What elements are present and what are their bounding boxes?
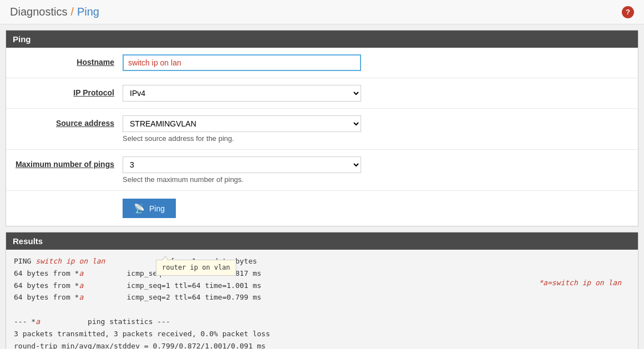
source-address-hint: Select source address for the ping.	[123, 134, 632, 143]
ping-button[interactable]: 📡 Ping	[123, 199, 176, 218]
ping-title: Ping	[13, 34, 31, 44]
result-stats-suffix: ping statistics ---	[40, 317, 170, 326]
result-line4-suffix: icmp_seq=2 ttl=64 time=0.799 ms	[83, 293, 261, 301]
ip-protocol-row: IP Protocol IPv4 IPv6	[6, 78, 638, 109]
tooltip-text: router ip on vlan	[162, 264, 230, 271]
max-pings-hint: Select the maximum number of pings.	[123, 175, 632, 184]
tooltip-arrow-inner	[162, 257, 169, 261]
breadcrumb-parent: Diagnostics	[10, 6, 67, 18]
results-title: Results	[13, 236, 43, 246]
ping-button-row: 📡 Ping	[6, 191, 638, 226]
hostname-row: Hostname	[6, 48, 638, 78]
result-stats-header: --- *a ping statistics ---	[14, 316, 630, 328]
hostname-input[interactable]	[123, 54, 361, 71]
result-line3-prefix: 64 bytes from *	[14, 281, 79, 290]
max-pings-row: Maximum number of pings 3 1 2 5 10 Selec…	[6, 150, 638, 191]
result-ping-host: switch ip on lan	[36, 257, 105, 265]
result-roundtrip: round-trip min/avg/max/stddev = 0.799/0.…	[14, 341, 630, 349]
source-address-row: Source address STREAMINGVLAN Select sour…	[6, 109, 638, 150]
tooltip-box: router ip on vlan	[156, 260, 236, 276]
result-line-4: 64 bytes from *a icmp_seq=2 ttl=64 time=…	[14, 292, 630, 304]
source-address-label: Source address	[12, 115, 123, 128]
results-body: router ip on vlan PING switch ip on lan …	[6, 250, 638, 349]
ping-button-label: Ping	[149, 204, 165, 213]
hostname-label: Hostname	[12, 54, 123, 67]
breadcrumb: Diagnostics/Ping	[10, 6, 99, 18]
result-packets: 3 packets transmitted, 3 packets receive…	[14, 328, 630, 340]
help-icon[interactable]: ?	[622, 6, 634, 18]
source-address-select[interactable]: STREAMINGVLAN	[123, 115, 361, 132]
result-line-3: 64 bytes from *a icmp_seq=1 ttl=64 time=…	[14, 280, 630, 292]
ip-protocol-select[interactable]: IPv4 IPv6	[123, 85, 361, 102]
breadcrumb-separator: /	[70, 6, 74, 18]
ping-section-header: Ping	[6, 31, 638, 48]
breadcrumb-current: Ping	[77, 6, 99, 18]
breadcrumb-bar: Diagnostics/Ping ?	[0, 0, 644, 24]
results-section: Results router ip on vlan PING switch ip…	[6, 232, 638, 349]
max-pings-control: 3 1 2 5 10 Select the maximum number of …	[123, 156, 632, 184]
result-line3-suffix: icmp_seq=1 ttl=64 time=1.001 ms	[83, 281, 261, 290]
hostname-control	[123, 54, 632, 71]
results-header: Results	[6, 232, 638, 250]
ip-protocol-control: IPv4 IPv6	[123, 85, 632, 102]
result-line4-prefix: 64 bytes from *	[14, 293, 79, 301]
max-pings-select[interactable]: 3 1 2 5 10	[123, 156, 361, 173]
result-line2-prefix: 64 bytes from *	[14, 269, 79, 277]
ping-section: Ping Hostname IP Protocol IPv4 IPv6 Sour…	[6, 30, 638, 226]
right-note: *a=switch ip on lan	[539, 277, 621, 289]
ip-protocol-label: IP Protocol	[12, 85, 123, 97]
result-line-2: 64 bytes from *a icmp_seq=0 ttl=64 time=…	[14, 268, 630, 280]
result-stats-prefix: --- *	[14, 317, 36, 326]
result-stats-a: a	[36, 317, 40, 326]
max-pings-label: Maximum number of pings	[12, 156, 123, 169]
result-ping-prefix: PING	[14, 257, 36, 265]
result-blank	[14, 304, 630, 316]
result-line-ping: PING switch ip on lan from 1 data bytes	[14, 256, 630, 267]
ping-wifi-icon: 📡	[134, 203, 145, 214]
source-address-control: STREAMINGVLAN Select source address for …	[123, 115, 632, 143]
